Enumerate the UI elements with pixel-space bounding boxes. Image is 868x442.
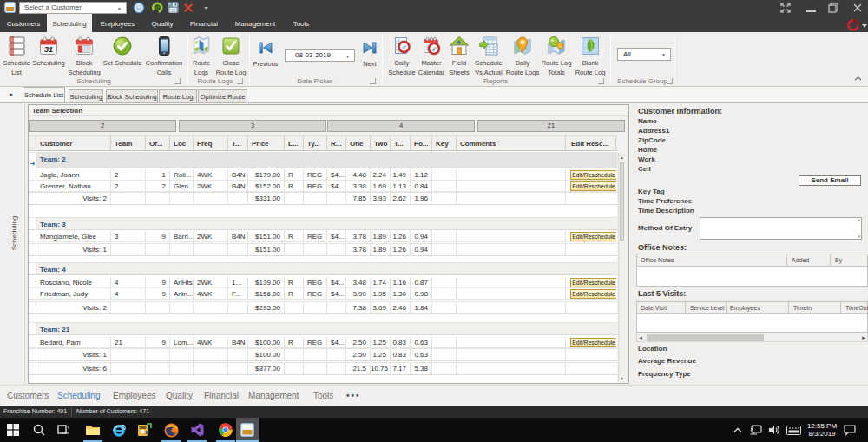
svg-text:31: 31 [44, 45, 53, 54]
